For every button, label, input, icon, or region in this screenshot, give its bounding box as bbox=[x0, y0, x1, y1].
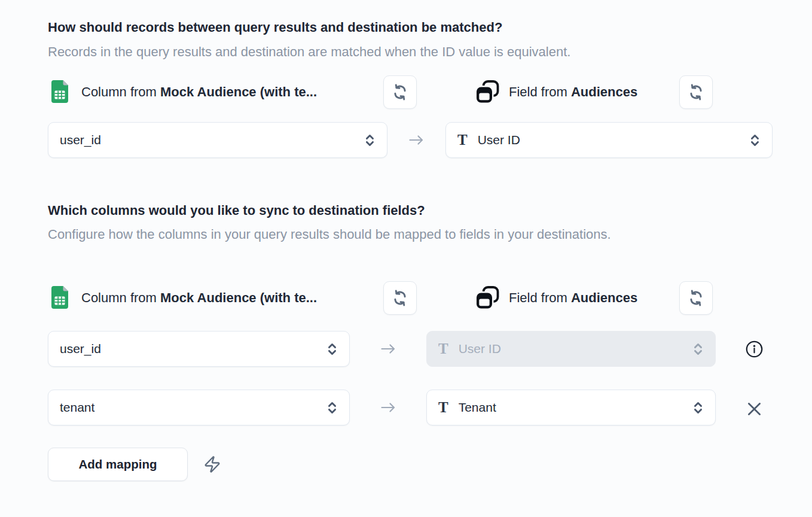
mapping-section-title: Which columns would you like to sync to … bbox=[48, 202, 425, 220]
mapping-row-source-select[interactable]: user_id bbox=[48, 331, 350, 367]
destination-name: Audiences bbox=[571, 290, 637, 305]
chevron-up-down-icon bbox=[327, 401, 337, 415]
arrow-right-icon bbox=[408, 133, 424, 147]
destination-audiences-icon bbox=[475, 286, 499, 310]
source-column-header: Column from Mock Audience (with te... bbox=[81, 75, 317, 109]
mapping-row-destination-select-disabled: T User ID bbox=[426, 331, 716, 367]
destination-field-header: Field from Audiences bbox=[509, 281, 637, 315]
refresh-destination-fields-button[interactable] bbox=[679, 75, 713, 109]
text-type-icon: T bbox=[438, 399, 448, 416]
mapping-section-subtitle: Configure how the columns in your query … bbox=[48, 223, 658, 247]
mapping-row-source-select[interactable]: tenant bbox=[48, 390, 350, 425]
google-sheets-icon bbox=[50, 80, 69, 104]
match-section-subtitle: Records in the query results and destina… bbox=[48, 43, 570, 61]
arrow-right-icon bbox=[380, 400, 396, 415]
source-name: Mock Audience (with te... bbox=[160, 84, 317, 99]
source-column-prefix: Column from bbox=[81, 290, 157, 305]
google-sheets-icon bbox=[50, 285, 69, 309]
source-name: Mock Audience (with te... bbox=[160, 290, 317, 305]
chevron-up-down-icon bbox=[693, 401, 703, 415]
mapping-source-value: tenant bbox=[60, 400, 94, 415]
sync-icon bbox=[391, 289, 409, 307]
refresh-source-columns-button[interactable] bbox=[383, 281, 417, 315]
match-source-column-select[interactable]: user_id bbox=[48, 122, 387, 158]
arrow-right-icon bbox=[380, 342, 396, 356]
chevron-up-down-icon bbox=[693, 342, 703, 356]
chevron-up-down-icon bbox=[327, 342, 337, 356]
text-type-icon: T bbox=[457, 132, 468, 148]
destination-field-prefix: Field from bbox=[509, 84, 567, 99]
sync-icon bbox=[687, 83, 705, 101]
chevron-up-down-icon bbox=[750, 133, 760, 147]
remove-mapping-icon[interactable] bbox=[744, 399, 764, 419]
source-column-header: Column from Mock Audience (with te... bbox=[81, 281, 317, 315]
refresh-source-columns-button[interactable] bbox=[383, 75, 417, 109]
text-type-icon: T bbox=[438, 340, 448, 357]
add-mapping-label: Add mapping bbox=[79, 457, 157, 472]
source-column-prefix: Column from bbox=[81, 84, 157, 99]
refresh-destination-fields-button[interactable] bbox=[679, 281, 713, 315]
mapping-source-value: user_id bbox=[60, 342, 101, 356]
match-destination-field-select[interactable]: T User ID bbox=[445, 122, 773, 158]
add-mapping-button[interactable]: Add mapping bbox=[48, 448, 188, 481]
match-source-column-value: user_id bbox=[60, 133, 101, 147]
mapping-destination-value: User ID bbox=[459, 342, 501, 356]
field-mapping-panel: How should records between query results… bbox=[0, 0, 812, 517]
destination-field-prefix: Field from bbox=[509, 290, 567, 305]
sync-icon bbox=[391, 83, 409, 101]
match-section-title: How should records between query results… bbox=[48, 19, 502, 37]
sync-icon bbox=[687, 289, 705, 307]
mapping-row-destination-select[interactable]: T Tenant bbox=[426, 390, 716, 425]
chevron-up-down-icon bbox=[365, 133, 375, 147]
match-destination-field-value: User ID bbox=[478, 133, 520, 147]
suggest-mappings-lightning-icon[interactable] bbox=[202, 454, 223, 475]
destination-audiences-icon bbox=[475, 80, 499, 104]
info-icon[interactable] bbox=[744, 339, 764, 359]
mapping-destination-value: Tenant bbox=[459, 400, 496, 415]
destination-name: Audiences bbox=[571, 84, 637, 99]
destination-field-header: Field from Audiences bbox=[509, 75, 637, 109]
